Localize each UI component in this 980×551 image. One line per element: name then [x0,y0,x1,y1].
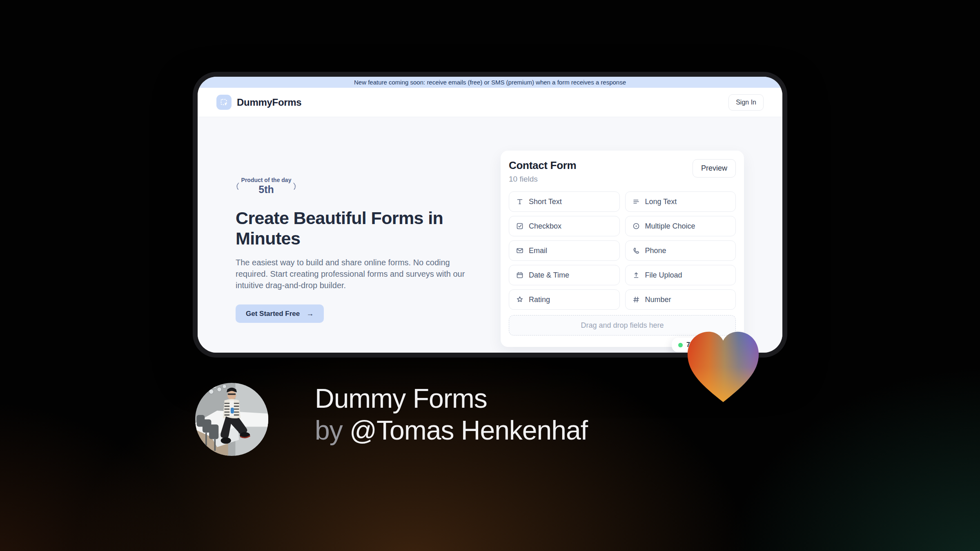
multiple-choice-icon [632,222,640,230]
field-rating[interactable]: Rating [509,289,620,310]
field-label: Number [645,295,671,304]
hero-section: Product of the day 5th [236,117,474,323]
arrow-right-icon: → [306,309,314,318]
short-text-icon [516,198,524,206]
badge-line2: 5th [241,184,292,196]
hero-description: The easiest way to build and share onlin… [236,257,474,291]
gradient-heart-icon [683,327,764,406]
announcement-text: New feature coming soon: receive emails … [354,79,626,86]
badge-text: Product of the day 5th [241,177,292,196]
email-icon [516,247,524,255]
announcement-banner: New feature coming soon: receive emails … [198,77,782,88]
long-text-icon [632,198,640,206]
field-email[interactable]: Email [509,240,620,261]
sign-in-button[interactable]: Sign In [728,94,764,111]
avatar-photo-illustration [195,383,268,456]
browser-mockup: New feature coming soon: receive emails … [193,72,787,358]
get-started-button[interactable]: Get Started Free → [236,304,324,323]
dashed-select-cursor-icon [220,98,228,107]
dropzone-text: Drag and drop fields here [581,321,664,330]
panel-title-block: Contact Form 10 fields [509,159,576,184]
field-phone[interactable]: Phone [625,240,736,261]
field-label: Long Text [645,198,677,206]
brand-name: DummyForms [237,97,301,108]
field-checkbox[interactable]: Checkbox [509,216,620,236]
brand-logo-icon [216,95,232,110]
product-of-the-day-badge: Product of the day 5th [236,175,297,197]
caption: Dummy Forms by @Tomas Henkenhaf [315,383,588,446]
cta-label: Get Started Free [246,310,300,318]
field-date-time[interactable]: Date & Time [509,265,620,285]
author-avatar [195,383,268,456]
field-label: Checkbox [529,222,561,231]
field-label: Rating [529,295,550,304]
hero-title: Create Beautiful Forms in Minutes [236,208,464,249]
form-builder-panel: Contact Form 10 fields Preview Short Tex… [501,151,744,347]
star-icon [516,295,524,304]
laurel-left-icon [236,175,240,197]
hash-icon [632,295,640,304]
field-long-text[interactable]: Long Text [625,191,736,212]
page-content: Product of the day 5th [198,117,782,353]
form-title: Contact Form [509,159,576,172]
badge-line1: Product of the day [241,177,292,183]
panel-header: Contact Form 10 fields Preview [509,159,736,184]
field-label: Date & Time [529,271,569,280]
upload-icon [632,271,640,279]
caption-author: @Tomas Henkenhaf [350,415,588,445]
checkbox-icon [516,222,524,230]
field-multiple-choice[interactable]: Multiple Choice [625,216,736,236]
app-header: DummyForms Sign In [198,88,782,117]
field-label: Short Text [529,198,562,206]
field-label: Multiple Choice [645,222,695,231]
field-number[interactable]: Number [625,289,736,310]
field-label: Phone [645,247,666,255]
caption-byline: by @Tomas Henkenhaf [315,415,588,446]
field-short-text[interactable]: Short Text [509,191,620,212]
calendar-icon [516,271,524,279]
preview-button[interactable]: Preview [693,159,736,178]
field-label: File Upload [645,271,682,280]
phone-icon [632,247,640,255]
field-count: 10 fields [509,175,576,184]
app-screen: New feature coming soon: receive emails … [198,77,782,353]
status-dot-icon [678,343,683,347]
caption-title: Dummy Forms [315,383,588,414]
laurel-right-icon [293,175,297,197]
caption-by: by [315,415,343,445]
field-type-grid: Short Text Long Text Checkbox [509,191,736,310]
field-file-upload[interactable]: File Upload [625,265,736,285]
field-label: Email [529,247,547,255]
